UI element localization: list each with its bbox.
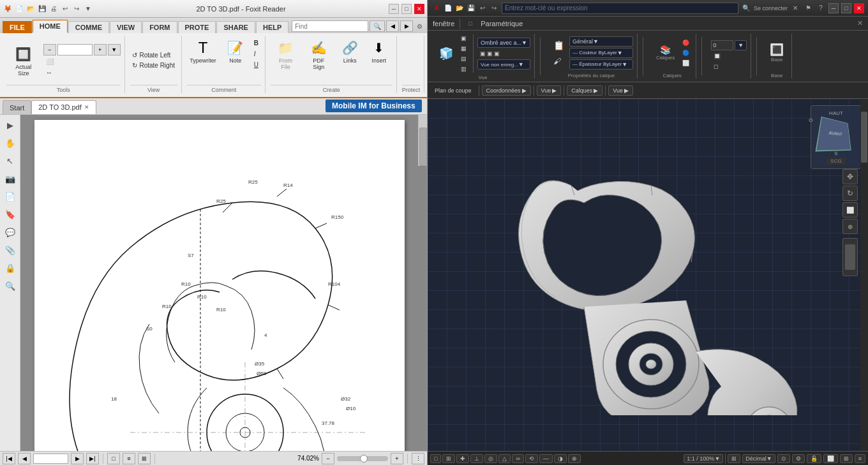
sidebar-attachment-tool[interactable]: 📎	[3, 242, 18, 258]
ac-ortho-btn[interactable]: ⊥	[470, 454, 483, 463]
continuous-btn[interactable]: ≡	[123, 453, 135, 464]
sidebar-expand-btn[interactable]: ▶	[3, 117, 18, 133]
foxit-minimize-btn[interactable]: ─	[389, 4, 399, 14]
ac-scale-dropdown[interactable]: 1:1 / 100% ▼	[684, 454, 723, 463]
ac-workspace-btn[interactable]: ⊙	[777, 454, 790, 463]
zoom-slider-thumb[interactable]	[360, 455, 368, 462]
ac-model-btn[interactable]: □	[430, 454, 441, 463]
foxit-maximize-btn[interactable]: □	[401, 4, 412, 14]
ac-search-icon[interactable]: 🔍	[741, 3, 751, 13]
ac-undo-icon[interactable]: ↩	[477, 3, 488, 13]
ac-layer-prop-btn[interactable]: 📚 Calques	[652, 42, 678, 63]
note-btn[interactable]: 📝 Note	[222, 36, 249, 66]
tab-view[interactable]: VIEW	[110, 21, 142, 33]
nav-plan-coupe[interactable]: Plan de coupe	[430, 85, 476, 96]
sidebar-security-tool[interactable]: 🔒	[3, 260, 18, 276]
zoom-out-status-btn[interactable]: −	[322, 453, 334, 464]
ac-save-icon[interactable]: 💾	[466, 3, 476, 13]
more-icon[interactable]: ▼	[83, 4, 93, 14]
col-layout-btn[interactable]: ⋮	[412, 453, 424, 464]
general-dropdown[interactable]: Général ▼	[569, 36, 633, 47]
ac-view-sm-btn1[interactable]: ▣	[458, 34, 469, 43]
zoom-slider[interactable]	[337, 456, 388, 461]
tab-file[interactable]: FILE	[3, 21, 32, 33]
ribbon-search-input[interactable]	[292, 20, 368, 32]
parametrique-panel-label[interactable]: Paramétrique	[481, 20, 523, 27]
nav-coordonnees-dropdown[interactable]: Coordonnées ▶	[482, 85, 531, 96]
two-page-btn[interactable]: ⊞	[138, 453, 151, 464]
zoom-fit-icon[interactable]: ⊕	[842, 219, 858, 234]
ac-view-sm-btn2[interactable]: ▦	[458, 44, 469, 53]
sidebar-hand-tool[interactable]: ✋	[3, 135, 18, 151]
open-icon[interactable]: 📂	[26, 4, 36, 14]
ac-selcycle-btn[interactable]: ⊕	[568, 454, 581, 463]
nav-next-btn[interactable]: ▶	[400, 20, 413, 32]
ac-transp-btn[interactable]: ◑	[554, 454, 567, 463]
ac-full-btn[interactable]: ⊞	[840, 454, 853, 463]
actual-size-btn[interactable]: 🔲 Actual Size	[6, 42, 41, 79]
pan-icon[interactable]: ✥	[842, 169, 858, 184]
last-page-btn[interactable]: ▶|	[86, 453, 99, 464]
ac-help-icon[interactable]: ?	[816, 3, 826, 13]
ac-layout-btn[interactable]: ⬜	[823, 454, 838, 463]
ac-lock-btn[interactable]: 🔓	[807, 454, 821, 463]
from-file-btn[interactable]: 📁 From File	[271, 36, 301, 73]
tab-home[interactable]: HOME	[33, 20, 68, 33]
ac-properties-btn[interactable]: 📋	[550, 38, 568, 53]
new-icon[interactable]: 📄	[14, 4, 24, 14]
pdf-tab-close[interactable]: ✕	[84, 104, 89, 110]
rotate-left-btn[interactable]: ↺ Rotate Left	[130, 50, 177, 60]
ac-minimize-btn[interactable]: ─	[828, 3, 839, 13]
view-cube[interactable]: HAUT O AVANT E S SCG	[811, 105, 862, 169]
nav-vue2-dropdown[interactable]: Vue ▶	[608, 85, 633, 96]
insert-btn[interactable]: ⬇ Insert	[366, 36, 393, 66]
foxit-close-btn[interactable]: ✕	[414, 4, 424, 14]
autocad-search-input[interactable]	[502, 3, 738, 14]
zoom-in-status-btn[interactable]: +	[391, 453, 403, 464]
pdf-scrollbar-thumb[interactable]	[419, 128, 427, 166]
ribbon-search-btn[interactable]: 🔍	[370, 20, 385, 32]
ac-osnap-btn[interactable]: △	[498, 454, 511, 463]
typewriter-btn[interactable]: T Typewriter	[186, 36, 220, 66]
save-icon[interactable]: 💾	[37, 4, 47, 14]
ac-match-btn[interactable]: 🖌	[550, 54, 568, 68]
ac-new-icon[interactable]: 📄	[443, 3, 453, 13]
ac-view-btn[interactable]: 🧊	[435, 44, 457, 63]
ac-vertical-scrollbar[interactable]	[860, 99, 868, 451]
fit-width-btn[interactable]: ↔	[43, 68, 121, 77]
fenetre-panel-label[interactable]: fenêtre	[433, 20, 454, 27]
panel-close-btn[interactable]: ✕	[857, 19, 863, 27]
pdf-sign-btn[interactable]: ✍ PDF Sign	[303, 36, 334, 73]
shade-dropdown[interactable]: Ombré avec a... ▼	[477, 38, 530, 48]
ac-redo-icon[interactable]: ↪	[489, 3, 499, 13]
tab-share[interactable]: SHARE	[216, 21, 255, 33]
ac-grid-btn[interactable]: ⊞	[442, 454, 455, 463]
pdf-tab[interactable]: 2D TO 3D.pdf ✕	[31, 100, 96, 114]
ac-view-sm-btn3[interactable]: ▤	[458, 54, 469, 63]
orbit-icon[interactable]: ↻	[842, 186, 858, 201]
redo-icon[interactable]: ↪	[71, 4, 82, 14]
nav-vue-dropdown[interactable]: Vue ▶	[537, 85, 562, 96]
ac-scrollbar-thumb[interactable]	[861, 112, 867, 163]
sidebar-comment-tool[interactable]: 💬	[3, 225, 18, 240]
rotate-right-btn[interactable]: ↻ Rotate Right	[130, 61, 177, 70]
ac-properties-status-btn[interactable]: ≡	[855, 454, 865, 463]
undo-icon[interactable]: ↩	[60, 4, 70, 14]
start-tab[interactable]: Start	[3, 100, 31, 114]
pdf-vertical-scrollbar[interactable]	[418, 115, 427, 166]
sidebar-bookmarks-tool[interactable]: 🔖	[3, 207, 18, 222]
ribbon-settings-icon[interactable]: ⚙	[414, 21, 424, 31]
tab-help[interactable]: HELP	[256, 21, 288, 33]
text-underline-btn[interactable]: U	[251, 60, 261, 70]
text-italic-btn[interactable]: I	[251, 49, 261, 59]
ac-open-icon[interactable]: 📂	[454, 3, 465, 13]
sidebar-select-tool[interactable]: ↖	[3, 153, 18, 168]
ac-annotation-btn[interactable]: ⊞	[728, 454, 740, 463]
ac-otrack-btn[interactable]: ∞	[512, 454, 523, 463]
text-bold-btn[interactable]: B	[251, 38, 261, 48]
ac-dynmode-btn[interactable]: ⟲	[525, 454, 538, 463]
sidebar-snapshot-tool[interactable]: 📷	[3, 171, 18, 186]
first-page-btn[interactable]: |◀	[3, 453, 15, 464]
view-cube-scg-btn[interactable]: SCG	[827, 158, 845, 165]
ac-close-btn[interactable]: ✕	[854, 3, 864, 13]
